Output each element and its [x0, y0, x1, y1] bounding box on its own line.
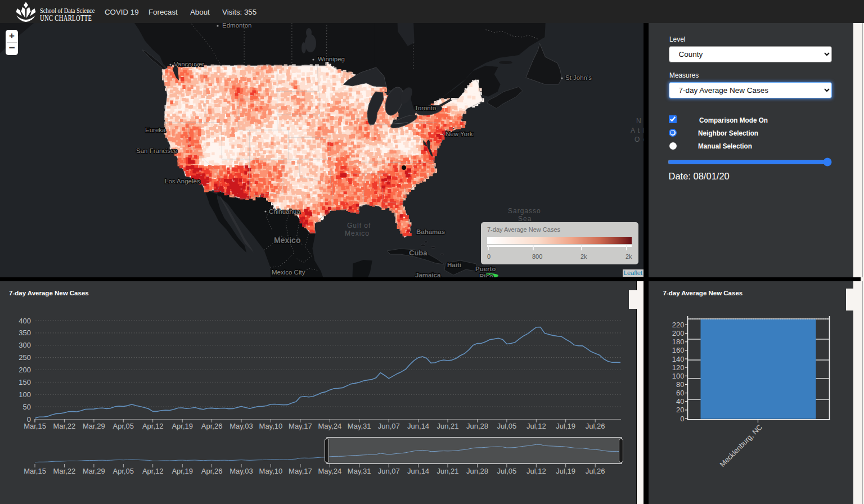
- svg-text:May,03: May,03: [230, 422, 253, 430]
- svg-text:150: 150: [19, 378, 31, 386]
- svg-text:Jul,05: Jul,05: [497, 467, 517, 475]
- svg-text:Haiti: Haiti: [447, 262, 461, 268]
- svg-text:Rico: Rico: [479, 273, 493, 277]
- svg-text:Mexico: Mexico: [274, 236, 300, 245]
- svg-text:Jun,28: Jun,28: [466, 422, 488, 430]
- svg-text:May,31: May,31: [348, 422, 371, 430]
- svg-text:40: 40: [676, 397, 684, 406]
- svg-text:140: 140: [672, 355, 684, 363]
- svg-text:220: 220: [672, 321, 684, 329]
- svg-text:Mar,22: Mar,22: [53, 422, 76, 430]
- svg-text:New York: New York: [446, 130, 473, 137]
- svg-text:Mar,15: Mar,15: [24, 467, 46, 475]
- svg-text:50: 50: [23, 403, 31, 411]
- svg-text:Jun,14: Jun,14: [407, 422, 429, 430]
- svg-text:250: 250: [19, 353, 31, 362]
- svg-text:Mar,29: Mar,29: [83, 467, 105, 475]
- svg-text:May,10: May,10: [259, 467, 283, 475]
- svg-text:Apr,05: Apr,05: [113, 467, 134, 475]
- svg-text:San Francisco: San Francisco: [136, 147, 178, 154]
- svg-text:May,24: May,24: [318, 422, 341, 430]
- svg-text:60: 60: [676, 389, 684, 397]
- svg-text:Toronto: Toronto: [415, 105, 436, 111]
- svg-text:7-day Average New Cases: 7-day Average New Cases: [9, 290, 89, 296]
- svg-text:180: 180: [672, 338, 684, 346]
- svg-text:Jamaica: Jamaica: [415, 272, 441, 277]
- svg-text:Apr,26: Apr,26: [201, 422, 223, 430]
- svg-text:Sargasso: Sargasso: [508, 207, 541, 215]
- svg-text:300: 300: [19, 341, 31, 349]
- svg-text:120: 120: [672, 363, 684, 372]
- svg-text:A t l: A t l: [631, 127, 644, 134]
- svg-text:Jun,14: Jun,14: [407, 467, 429, 475]
- svg-text:Mar,22: Mar,22: [53, 467, 76, 475]
- svg-text:Bahamas: Bahamas: [416, 228, 445, 235]
- svg-text:Gulf of: Gulf of: [347, 222, 371, 230]
- svg-text:400: 400: [19, 317, 31, 325]
- svg-text:Jul,26: Jul,26: [586, 467, 605, 475]
- svg-text:Cuba: Cuba: [409, 249, 428, 257]
- svg-text:Winnipeg: Winnipeg: [318, 56, 345, 62]
- svg-text:160: 160: [672, 346, 684, 354]
- svg-text:N: N: [636, 117, 642, 125]
- svg-text:May,17: May,17: [289, 467, 312, 475]
- svg-text:May,24: May,24: [318, 467, 341, 475]
- svg-text:O c: O c: [634, 136, 644, 143]
- svg-text:Los Angeles: Los Angeles: [165, 178, 200, 184]
- svg-text:100: 100: [672, 372, 684, 380]
- svg-text:May,10: May,10: [259, 422, 283, 430]
- svg-text:200: 200: [19, 366, 31, 374]
- svg-text:May,31: May,31: [348, 467, 371, 475]
- svg-text:Jul,19: Jul,19: [556, 422, 575, 430]
- svg-text:Jun,21: Jun,21: [436, 467, 458, 475]
- svg-text:Mar,15: Mar,15: [24, 422, 46, 430]
- svg-text:Jun,07: Jun,07: [378, 467, 400, 475]
- svg-text:Jun,07: Jun,07: [378, 422, 400, 430]
- svg-text:100: 100: [19, 390, 31, 399]
- svg-text:Vancouver: Vancouver: [174, 61, 204, 68]
- svg-text:Jul,12: Jul,12: [526, 422, 546, 430]
- svg-text:Puerto: Puerto: [475, 266, 496, 272]
- svg-text:0: 0: [680, 415, 684, 423]
- svg-text:Chihuahua: Chihuahua: [269, 208, 300, 215]
- svg-text:Jun,28: Jun,28: [466, 467, 488, 475]
- svg-text:Apr,12: Apr,12: [142, 467, 164, 475]
- svg-text:Jul,26: Jul,26: [586, 422, 605, 430]
- svg-text:May,17: May,17: [289, 422, 312, 430]
- svg-text:200: 200: [672, 329, 684, 338]
- svg-text:7-day Average New Cases: 7-day Average New Cases: [663, 290, 742, 296]
- svg-text:350: 350: [19, 328, 31, 337]
- svg-text:20: 20: [676, 406, 684, 414]
- svg-text:Mexico City: Mexico City: [272, 269, 305, 276]
- svg-text:80: 80: [676, 380, 684, 389]
- svg-text:Apr,12: Apr,12: [142, 422, 164, 430]
- svg-text:Mexico: Mexico: [345, 230, 370, 237]
- svg-text:Mar,29: Mar,29: [83, 422, 105, 430]
- svg-text:Sea: Sea: [518, 215, 532, 223]
- svg-text:May,03: May,03: [230, 467, 253, 475]
- svg-text:Apr,19: Apr,19: [172, 422, 193, 430]
- svg-text:Jul,12: Jul,12: [526, 467, 546, 475]
- svg-text:Eureka: Eureka: [145, 127, 166, 133]
- svg-text:Jun,21: Jun,21: [436, 422, 458, 430]
- svg-text:Jul,19: Jul,19: [556, 467, 575, 475]
- svg-text:Apr,05: Apr,05: [113, 422, 134, 430]
- svg-text:St John's: St John's: [565, 74, 592, 81]
- svg-text:Jul,05: Jul,05: [497, 422, 517, 430]
- svg-text:Edmonton: Edmonton: [222, 23, 251, 29]
- svg-text:Apr,19: Apr,19: [172, 467, 193, 475]
- svg-text:Apr,26: Apr,26: [201, 467, 223, 475]
